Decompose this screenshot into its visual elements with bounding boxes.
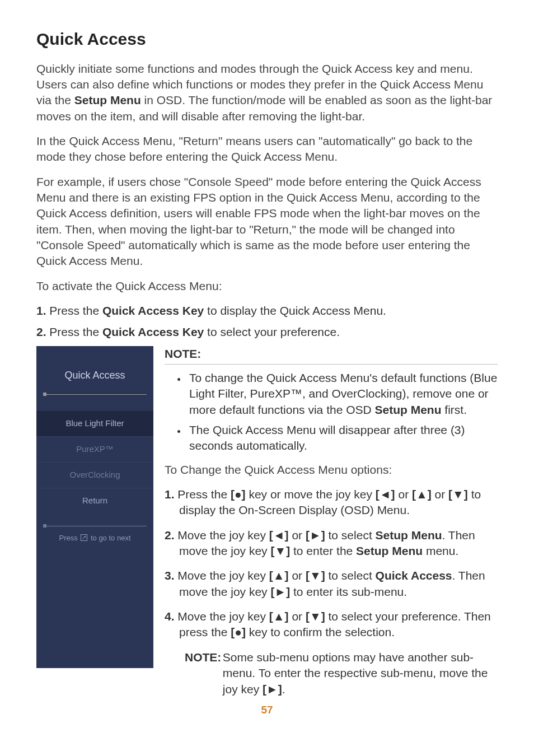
k: [▼] (448, 488, 468, 501)
b: Quick Access (376, 569, 452, 582)
t: to display the Quick Access Menu. (204, 304, 386, 317)
panel-item-overclocking[interactable]: OverClocking (36, 462, 153, 488)
top-step-1: 1. Press the Quick Access Key to display… (36, 303, 498, 319)
t: to select your preference. (204, 325, 340, 338)
change-step-2: 2. Move the joy key [◄] or [►] to select… (165, 528, 498, 559)
k: [►] (270, 585, 290, 598)
k: [▼] (270, 544, 290, 557)
tick-icon (43, 393, 46, 396)
tick-icon (43, 524, 46, 528)
t: or (289, 569, 306, 582)
n: 3. (165, 569, 175, 582)
t: first. (442, 403, 467, 416)
panel-item-blue-light[interactable]: Blue Light Filter (36, 410, 153, 436)
t: Move the joy key (175, 529, 269, 542)
sub-note: NOTE: Some sub-menu options may have ano… (165, 650, 498, 697)
k: [▲] (412, 488, 432, 501)
k: [▼] (306, 569, 325, 582)
n: 1. (165, 488, 175, 501)
t: Press the (175, 488, 231, 501)
k: [►] (306, 529, 325, 542)
hint-b: to go to next (88, 534, 130, 542)
panel-item-purexp[interactable]: PureXP™ (36, 436, 153, 462)
t: or (432, 488, 448, 501)
panel-item-return[interactable]: Return (36, 488, 153, 514)
change-step-4: 4. Move the joy key [▲] or [▼] to select… (165, 609, 498, 641)
intro-para-1: Quickly initiate some functions and mode… (36, 61, 498, 124)
k: [►] (263, 683, 282, 696)
k: [●] (231, 488, 246, 501)
page-number: 57 (36, 703, 498, 717)
t: to select (325, 529, 376, 542)
t: or (289, 610, 306, 623)
t: Setup Menu (375, 403, 442, 416)
next-icon (81, 534, 87, 541)
intro-para-2: In the Quick Access Menu, "Return" means… (36, 133, 498, 165)
k: [▲] (269, 569, 289, 582)
change-step-3: 3. Move the joy key [▲] or [▼] to select… (165, 568, 498, 600)
t: Press the (46, 325, 102, 338)
n: 4. (165, 610, 175, 623)
t: Move the joy key (175, 610, 269, 623)
b: Setup Menu (376, 529, 442, 542)
intro-para-3: For example, if users chose "Console Spe… (36, 174, 498, 269)
intro-1b-bold: Setup Menu (74, 94, 141, 106)
top-step-2: 2. Press the Quick Access Key to select … (36, 324, 498, 340)
intro-para-4: To activate the Quick Access Menu: (36, 278, 498, 294)
t: key or move the joy key (246, 488, 376, 501)
t: to enter the (290, 544, 356, 557)
t: to select (325, 569, 376, 582)
t: Move the joy key (175, 569, 269, 582)
n: 2. (165, 529, 175, 542)
note-bullet-1: To change the Quick Access Menu's defaul… (187, 370, 498, 418)
t: or (395, 488, 412, 501)
t: Quick Access Key (102, 304, 204, 317)
panel-divider (46, 526, 147, 526)
k: [◄] (376, 488, 395, 501)
b: Setup Menu (356, 544, 423, 557)
panel-divider (46, 394, 147, 395)
hint-a: Press (59, 534, 79, 542)
note-heading: NOTE: (165, 346, 498, 365)
t: Press the (46, 304, 102, 317)
k: [◄] (269, 529, 289, 542)
panel-hint: Press to go to next (36, 533, 153, 543)
t: or (289, 529, 306, 542)
k: [▼] (306, 610, 325, 623)
t: . (282, 683, 285, 696)
t: to enter its sub-menu. (290, 585, 407, 598)
panel-title: Quick Access (36, 368, 153, 382)
step-num: 1. (36, 304, 46, 317)
k: [●] (231, 626, 246, 638)
t: menu. (423, 544, 458, 557)
t: key to confirm the selection. (246, 626, 395, 638)
quick-access-panel: Quick Access Blue Light Filter PureXP™ O… (36, 346, 153, 668)
step-num: 2. (36, 325, 46, 338)
change-intro: To Change the Quick Access Menu options: (165, 462, 498, 478)
k: [▲] (269, 610, 289, 623)
page-title: Quick Access (36, 28, 498, 51)
subnote-label: NOTE: (185, 650, 219, 665)
note-bullet-2: The Quick Access Menu will disappear aft… (187, 422, 498, 454)
t: Quick Access Key (102, 325, 204, 338)
change-step-1: 1. Press the [●] key or move the joy key… (165, 487, 498, 519)
